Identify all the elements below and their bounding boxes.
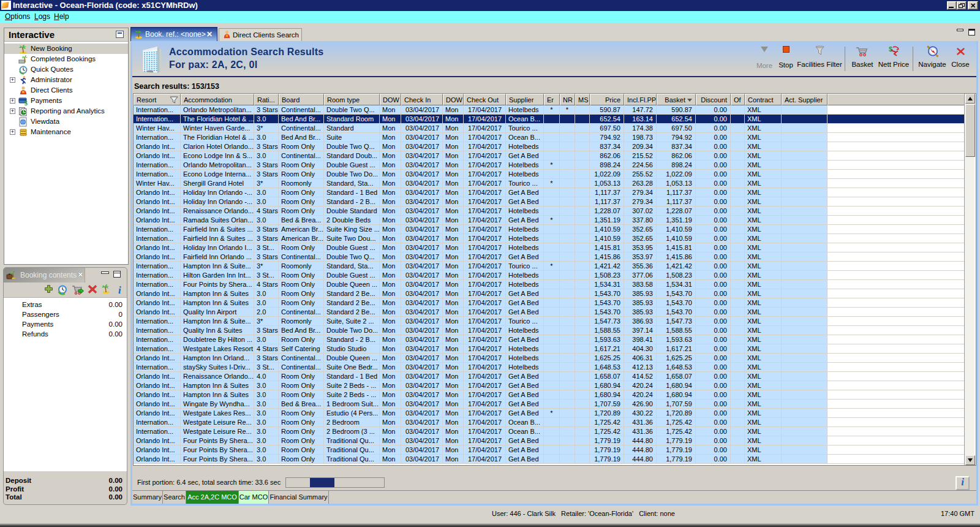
svg-text:$: $ (24, 99, 28, 106)
svg-text:$: $ (889, 45, 892, 53)
